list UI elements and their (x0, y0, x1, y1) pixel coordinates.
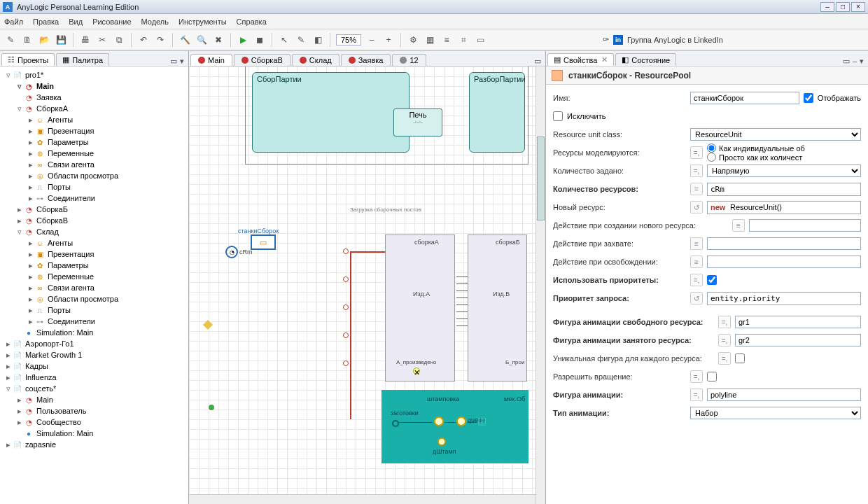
menu-Правка[interactable]: Правка (33, 18, 59, 26)
anim-type-select[interactable]: Набор (690, 407, 861, 419)
cut-icon[interactable]: ✂ (96, 34, 108, 46)
newres-input[interactable]: new ResourceUnit() (707, 201, 861, 214)
editor-tab[interactable]: Заявка (341, 54, 391, 66)
rotate-checkbox[interactable] (707, 372, 717, 382)
hint-icon[interactable]: ↺ (690, 292, 703, 304)
onrelease-input[interactable] (707, 255, 861, 268)
tree-item[interactable]: ▸▣Презентация (1, 248, 187, 260)
editor-tab[interactable]: 12 (392, 54, 426, 66)
tree-item[interactable]: ▸◔СборкаБ (1, 204, 187, 215)
editor-tab[interactable]: Main (190, 54, 232, 66)
pencil-icon[interactable]: ✎ (295, 34, 307, 46)
panel-min-icon[interactable]: ▭ (170, 57, 177, 66)
tree-item[interactable]: ▸☺Агенты (1, 237, 187, 248)
tree-item[interactable]: ▸⊶Соединители (1, 316, 187, 327)
close-button[interactable]: × (851, 2, 865, 12)
align-icon[interactable]: ≡ (440, 34, 453, 46)
hint-icon[interactable]: =, (690, 370, 703, 383)
busy-anim-input[interactable] (735, 334, 861, 346)
ext-editor-icon[interactable]: ▭ (843, 57, 850, 66)
tree-item[interactable]: ▿◔СборкаА (1, 103, 187, 114)
new-doc-icon[interactable]: 🗎 (21, 34, 34, 46)
project-tree[interactable]: ▿📄pro1*▿◔Main◔Заявка▿◔СборкаА▸☺Агенты▸▣П… (0, 66, 188, 504)
zoom-out-icon[interactable]: – (365, 34, 378, 46)
onseize-input[interactable] (707, 237, 861, 250)
tree-item[interactable]: ▸☺Агенты (1, 114, 187, 125)
tree-item[interactable]: ▸⊚Переменные (1, 271, 187, 282)
idle-anim-input[interactable] (735, 316, 861, 328)
copy-icon[interactable]: ⧉ (113, 34, 125, 46)
open-icon[interactable]: 📂 (38, 34, 50, 46)
save-icon[interactable]: 💾 (55, 34, 67, 46)
tab-state[interactable]: ◧Состояние (615, 53, 676, 66)
priority-input[interactable] (707, 292, 861, 305)
maximize-button[interactable]: □ (836, 2, 850, 12)
tab-projects[interactable]: ☷Проекты (1, 53, 55, 66)
panel-menu2-icon[interactable]: ▾ (860, 57, 864, 66)
tree-item[interactable]: ▸⊚Переменные (1, 148, 187, 159)
zoom-select[interactable]: 75% (336, 34, 361, 46)
hint-icon[interactable]: = (690, 183, 703, 195)
print-icon[interactable]: 🖶 (79, 34, 92, 46)
hint-icon[interactable]: =, (718, 352, 731, 365)
tree-item[interactable]: ▸📄Аэропорт-Го1 (1, 338, 187, 349)
show-checkbox[interactable] (804, 93, 813, 103)
tree-item[interactable]: ▿📄pro1* (1, 69, 187, 80)
tree-item[interactable]: ▸◔Пользователь (1, 405, 187, 416)
build-icon[interactable]: 🔨 (178, 34, 191, 46)
settings-icon[interactable]: ⚙ (407, 34, 419, 46)
hint-icon[interactable]: ≡ (732, 219, 745, 232)
hint-icon[interactable]: ≡ (690, 255, 703, 268)
delete-icon[interactable]: ✖ (212, 34, 225, 46)
tree-item[interactable]: ▸⎍Порты (1, 304, 187, 316)
new-icon[interactable]: ✎ (4, 34, 17, 46)
hint-icon[interactable]: =, (718, 316, 731, 328)
linkedin-icon[interactable]: in (613, 35, 623, 45)
name-input[interactable] (690, 92, 799, 104)
tree-item[interactable]: ▸▣Презентация (1, 125, 187, 136)
usepriorities-checkbox[interactable] (707, 275, 717, 285)
menu-Рисование[interactable]: Рисование (92, 18, 131, 26)
tab-properties[interactable]: ▤Свойства✕ (547, 53, 614, 66)
snap-icon[interactable]: ⌗ (457, 34, 470, 46)
editor-tab[interactable]: СборкаВ (234, 54, 290, 66)
exclude-checkbox[interactable] (553, 111, 563, 121)
ruler-icon[interactable]: ▭ (474, 34, 486, 46)
tree-item[interactable]: ▿◔Склад (1, 226, 187, 237)
hint-icon[interactable]: =, (690, 274, 703, 286)
tree-item[interactable]: ●Simulation: Main (1, 428, 187, 439)
run-icon[interactable]: ▶ (237, 34, 249, 46)
tree-item[interactable]: ▸📄Market Growth 1 (1, 349, 187, 360)
tree-item[interactable]: ▿📄соцсеть* (1, 383, 187, 394)
tree-item[interactable]: ▸✿Параметры (1, 260, 187, 271)
zoom-in-icon[interactable]: + (382, 34, 395, 46)
capacity-def-select[interactable]: Напрямую (707, 164, 861, 177)
stop-icon[interactable]: ◼ (253, 34, 266, 46)
menu-Справка[interactable]: Справка (237, 18, 267, 26)
tree-item[interactable]: ▸📄Influenza (1, 372, 187, 383)
panel-menu-icon[interactable]: ▾ (180, 57, 184, 66)
tree-item[interactable]: ▸◎Области просмотра (1, 170, 187, 181)
radio-individual[interactable] (707, 144, 716, 153)
linkedin-link[interactable]: Группа AnyLogic в LinkedIn (627, 36, 723, 44)
hint-icon[interactable]: =, (690, 146, 703, 159)
radio-quantity[interactable] (707, 153, 716, 162)
hint-icon[interactable]: ↺ (690, 201, 703, 214)
menu-Вид[interactable]: Вид (69, 18, 83, 26)
tree-item[interactable]: ▸◔Сообщество (1, 416, 187, 428)
tab-palette[interactable]: ▦Палитра (56, 53, 109, 66)
tree-item[interactable]: ▸∞Связи агента (1, 159, 187, 170)
panel-min2-icon[interactable]: – (853, 57, 857, 66)
tree-item[interactable]: ▸◔Main (1, 394, 187, 405)
hint-icon[interactable]: =, (718, 334, 731, 346)
tree-item[interactable]: ▸✿Параметры (1, 136, 187, 148)
unique-shape-checkbox[interactable] (735, 354, 745, 363)
minimize-button[interactable]: – (820, 2, 834, 12)
menu-Модель[interactable]: Модель (141, 18, 169, 26)
grid-icon[interactable]: ▦ (424, 34, 436, 46)
shape-icon[interactable]: ◧ (312, 34, 324, 46)
canvas-scrollbar-h[interactable] (189, 494, 536, 504)
oncreate-input[interactable] (749, 219, 861, 232)
search-icon[interactable]: 🔍 (195, 34, 208, 46)
hint-icon[interactable]: =, (690, 388, 703, 401)
